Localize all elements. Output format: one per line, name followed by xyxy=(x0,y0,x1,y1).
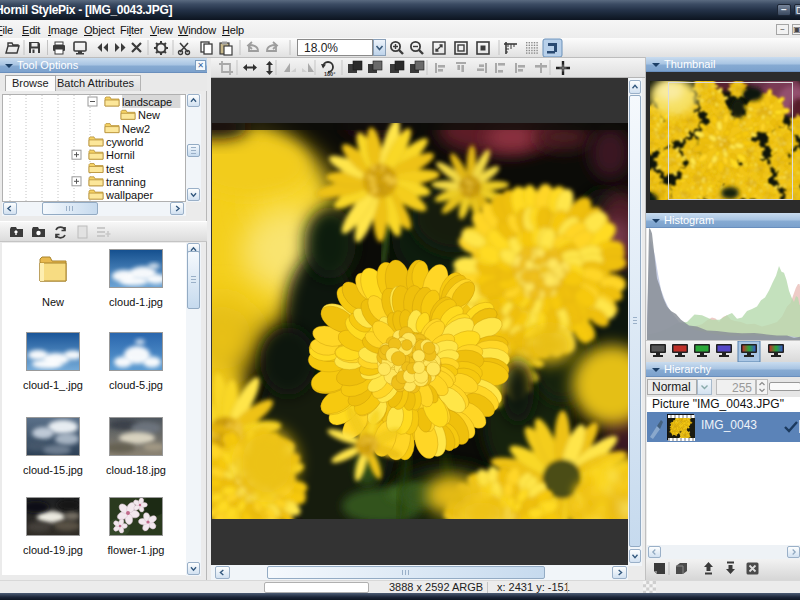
svg-text:New: New xyxy=(138,109,160,121)
svg-text:Hornil: Hornil xyxy=(106,149,135,161)
svg-text:landscape: landscape xyxy=(122,96,172,108)
svg-text:tranning: tranning xyxy=(106,176,146,188)
svg-text:180°: 180° xyxy=(324,71,335,77)
svg-text:cyworld: cyworld xyxy=(106,136,143,148)
svg-text:New2: New2 xyxy=(122,123,150,135)
svg-text:test: test xyxy=(106,163,124,175)
svg-text:wallpaper: wallpaper xyxy=(105,189,153,201)
